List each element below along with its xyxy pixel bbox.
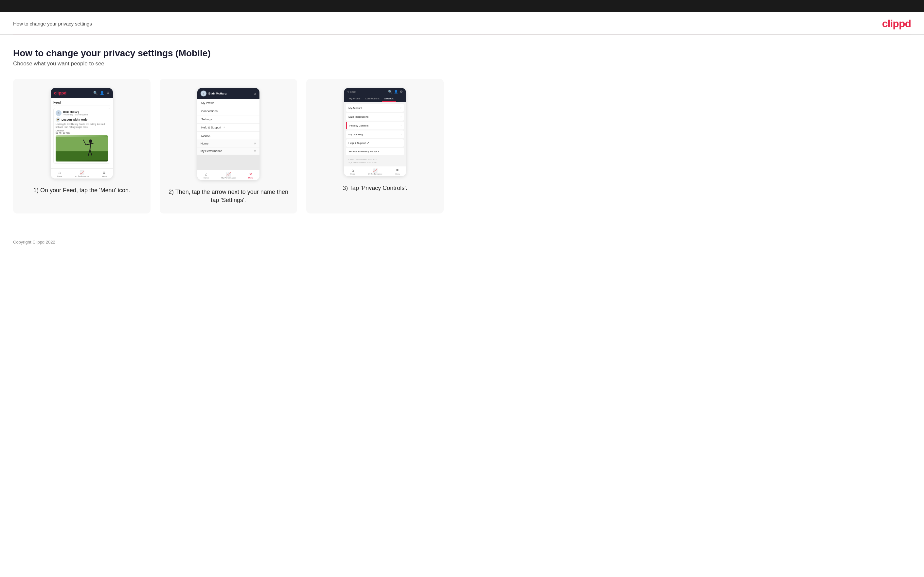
top-bar <box>0 0 924 12</box>
step-2-caption: 2) Then, tap the arrow next to your name… <box>166 188 291 204</box>
svg-point-2 <box>89 140 92 143</box>
chevron-right-icon: › <box>401 106 401 110</box>
step2-bottom-nav: ⌂ Home 📈 My Performance ✕ Menu <box>197 170 260 180</box>
nav-performance: 📈 My Performance <box>74 170 89 177</box>
nav-home: ⌂ Home <box>57 170 62 177</box>
tab-myprofile[interactable]: My Profile <box>347 95 363 102</box>
post-author-sub: Yesterday · Sunningdale <box>63 113 88 116</box>
tab-settings[interactable]: Settings <box>382 95 396 102</box>
nav-performance-label: My Performance <box>221 177 236 179</box>
step3-body: My Account › Data Integrations › Privacy… <box>344 102 406 166</box>
menu-user-name: Blair McHarg <box>208 92 227 95</box>
step-3-card: < Back 🔍 👤 ⚙ My Profile Connections Sett… <box>306 79 444 213</box>
steps-container: clippd 🔍 👤 ⚙ Feed B Blair McHarg <box>13 79 911 213</box>
lesson-type-icon: 🎓 <box>56 118 60 122</box>
nav-performance: 📈 My Performance <box>368 168 382 175</box>
menu-avatar: B <box>200 90 207 97</box>
settings-row-helpsupport: Help & Support ↗ <box>346 139 404 147</box>
settings-row-dataintegrations: Data Integrations › <box>346 113 404 121</box>
logo: clippd <box>882 18 911 30</box>
version-info: Clippd Client Version: 2022.8.3-3 SQL Se… <box>346 156 404 164</box>
settings-row-myaccount: My Account › <box>346 104 404 112</box>
nav-home-label: Home <box>57 175 62 177</box>
search-icon: 🔍 <box>93 91 98 95</box>
nav-menu-label: Menu <box>102 175 107 177</box>
svg-rect-1 <box>56 152 108 160</box>
menu-section-home: Home ∨ <box>197 140 260 147</box>
step-1-card: clippd 🔍 👤 ⚙ Feed B Blair McHarg <box>13 79 150 213</box>
step1-header-icons: 🔍 👤 ⚙ <box>93 91 110 95</box>
settings-label-myaccount: My Account <box>349 106 362 110</box>
menu-section-performance: My Performance ∨ <box>197 147 260 155</box>
nav-performance-label: My Performance <box>368 173 382 175</box>
back-button: < Back <box>347 90 356 93</box>
menu-icon: ≡ <box>103 170 105 175</box>
menu-user-left: B Blair McHarg <box>200 90 227 97</box>
step1-body: Feed B Blair McHarg Yesterday · Sunningd… <box>51 98 113 168</box>
nav-menu: ≡ Menu <box>102 170 107 177</box>
step-1-caption: 1) On your Feed, tap the 'Menu' icon. <box>33 186 130 195</box>
nav-menu: ≡ Menu <box>395 168 400 175</box>
home-icon: ⌂ <box>58 170 61 175</box>
nav-performance: 📈 My Performance <box>221 172 236 179</box>
nav-home-label: Home <box>204 177 209 179</box>
search-icon: 🔍 <box>388 90 392 93</box>
menu-item-connections: Connections <box>197 107 260 115</box>
menu-item-settings: Settings <box>197 115 260 124</box>
page-subheading: Choose what you want people to see <box>13 60 911 67</box>
menu-item-helpsupport: Help & Support <box>197 124 260 132</box>
settings-label-privacycontrols: Privacy Controls <box>349 124 368 127</box>
settings-label-helpsupport: Help & Support ↗ <box>349 142 369 145</box>
lesson-row: 🎓 Lesson with Fordy <box>56 118 108 122</box>
menu-dropdown: B Blair McHarg ∧ My Profile Connections … <box>197 88 260 155</box>
performance-icon: 📈 <box>79 170 84 175</box>
menu-icon: ≡ <box>396 168 399 172</box>
step3-header-icons: 🔍 👤 ⚙ <box>388 90 403 93</box>
chevron-right-icon-2: › <box>401 115 401 118</box>
nav-home-label: Home <box>350 173 355 175</box>
settings-label-dataintegrations: Data Integrations <box>349 115 368 118</box>
nav-menu-label: Menu <box>395 173 400 175</box>
lesson-description: Looking to feel like my hands are exitin… <box>56 122 108 129</box>
settings-row-privacycontrols[interactable]: Privacy Controls › <box>346 122 404 129</box>
profile-icon: 👤 <box>100 91 104 95</box>
settings-icon: ⚙ <box>400 90 403 93</box>
chevron-up-icon: ∧ <box>254 92 256 95</box>
menu-user-row: B Blair McHarg ∧ <box>197 88 260 99</box>
section-performance-label: My Performance <box>200 149 222 153</box>
step1-phone-header: clippd 🔍 👤 ⚙ <box>51 88 113 98</box>
step-2-card: clippd 🔍 👤 ⚙ B Blair McHarg ∧ <box>160 79 297 213</box>
menu-list: My Profile Connections Settings Help & S… <box>197 99 260 140</box>
nav-home: ⌂ Home <box>350 168 355 175</box>
golf-photo <box>56 135 108 161</box>
tab-connections[interactable]: Connections <box>363 95 382 102</box>
step3-phone-header: < Back 🔍 👤 ⚙ <box>344 88 406 95</box>
main-content: How to change your privacy settings (Mob… <box>0 35 924 233</box>
feed-tab-label: Feed <box>53 101 110 106</box>
settings-label-mygolfbag: My Golf Bag <box>349 133 363 136</box>
post-author-name: Blair McHarg <box>63 111 88 113</box>
section-home-label: Home <box>200 142 208 145</box>
feed-post-header: B Blair McHarg Yesterday · Sunningdale <box>56 110 108 116</box>
step3-bottom-nav: ⌂ Home 📈 My Performance ≡ Menu <box>344 166 406 176</box>
header: How to change your privacy settings clip… <box>0 12 924 35</box>
chevron-right-icon-3: › <box>401 124 401 127</box>
step-3-phone: < Back 🔍 👤 ⚙ My Profile Connections Sett… <box>344 88 406 176</box>
nav-performance-label: My Performance <box>74 175 89 177</box>
avatar: B <box>56 110 61 116</box>
step3-tabs: My Profile Connections Settings <box>344 95 406 102</box>
settings-row-serviceprivacy: Service & Privacy Policy ↗ <box>346 148 404 155</box>
settings-row-mygolfbag: My Golf Bag › <box>346 131 404 138</box>
step1-logo: clippd <box>54 90 66 95</box>
chevron-down-icon-2: ∨ <box>254 149 256 153</box>
header-breadcrumb: How to change your privacy settings <box>13 21 92 26</box>
performance-icon: 📈 <box>226 172 231 177</box>
profile-icon: 👤 <box>394 90 398 93</box>
step-3-caption: 3) Tap 'Privacy Controls'. <box>342 184 407 192</box>
step1-bottom-nav: ⌂ Home 📈 My Performance ≡ Menu <box>51 168 113 179</box>
home-icon: ⌂ <box>352 168 354 172</box>
lesson-title: Lesson with Fordy <box>61 118 88 121</box>
feed-post: B Blair McHarg Yesterday · Sunningdale 🎓… <box>53 108 110 164</box>
lesson-duration: Duration01 hr : 30 min <box>56 129 108 134</box>
performance-icon: 📈 <box>373 168 378 172</box>
